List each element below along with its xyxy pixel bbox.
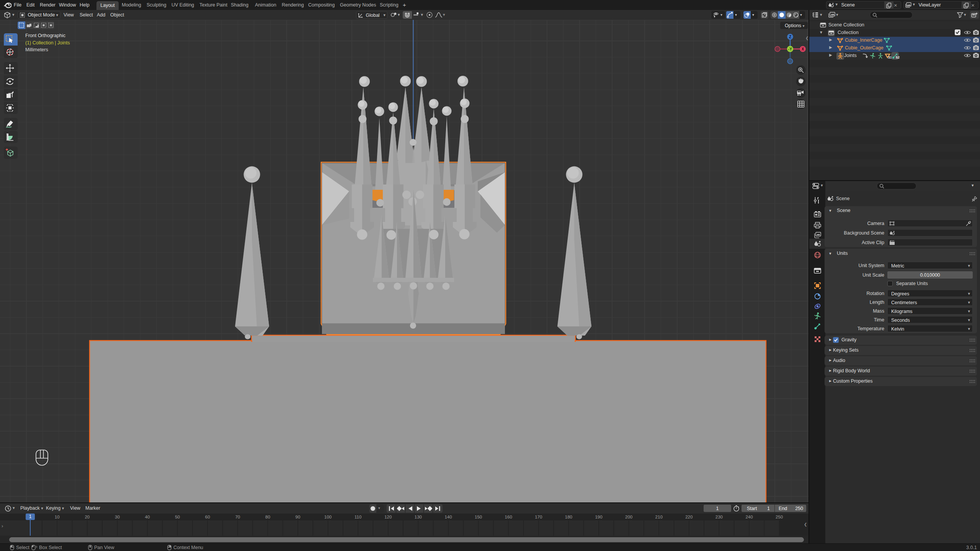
svg-text:40: 40: [145, 515, 150, 519]
svg-text:170: 170: [535, 515, 542, 519]
svg-text:150: 150: [475, 515, 482, 519]
svg-text:X: X: [802, 47, 804, 51]
svg-text:220: 220: [685, 515, 693, 519]
svg-text:120: 120: [384, 515, 392, 519]
svg-text:180: 180: [565, 515, 572, 519]
svg-text:190: 190: [595, 515, 602, 519]
svg-text:200: 200: [625, 515, 632, 519]
svg-text:60: 60: [205, 515, 210, 519]
svg-text:-Y: -Y: [788, 47, 792, 51]
svg-text:30: 30: [115, 515, 120, 519]
svg-text:240: 240: [745, 515, 753, 519]
svg-text:Z: Z: [789, 35, 791, 39]
svg-text:70: 70: [235, 515, 240, 519]
svg-text:80: 80: [265, 515, 270, 519]
svg-text:230: 230: [715, 515, 723, 519]
svg-text:100: 100: [324, 515, 332, 519]
svg-text:90: 90: [296, 515, 301, 519]
svg-text:160: 160: [505, 515, 512, 519]
svg-text:20: 20: [85, 515, 90, 519]
svg-text:110: 110: [354, 515, 361, 519]
svg-text:130: 130: [415, 515, 422, 519]
svg-text:210: 210: [655, 515, 663, 519]
svg-text:250: 250: [776, 515, 783, 519]
svg-text:140: 140: [444, 515, 452, 519]
svg-text:50: 50: [175, 515, 180, 519]
svg-text:10: 10: [55, 515, 60, 519]
